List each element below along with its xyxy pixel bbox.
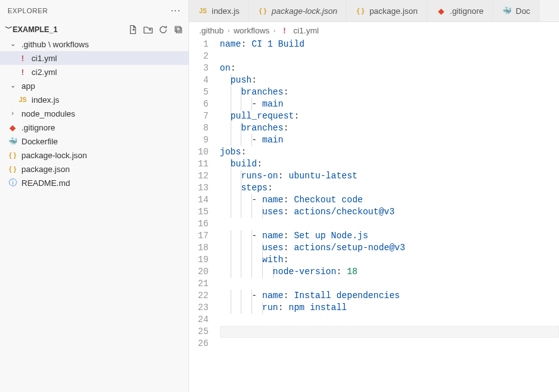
indent-guide — [241, 290, 241, 302]
indent-guide — [231, 290, 231, 302]
code-line[interactable]: node-version: 18 — [220, 266, 559, 278]
breadcrumb-segment[interactable]: .github — [199, 26, 224, 35]
indent-guide — [231, 110, 231, 122]
breadcrumb[interactable]: .github›workflows›!ci1.yml — [189, 22, 559, 38]
indent-guide — [241, 86, 241, 98]
json-icon: { } — [258, 7, 268, 14]
file-row[interactable]: JSindex.js — [0, 93, 188, 107]
code-line[interactable]: name: CI 1 Build — [220, 38, 559, 50]
code-line[interactable] — [220, 314, 559, 326]
tab-label: package-lock.json — [272, 6, 337, 16]
code-line[interactable]: build: — [220, 158, 559, 170]
line-number: 1 — [198, 38, 209, 50]
tree-item-label: ci2.yml — [32, 67, 57, 77]
indent-guide — [231, 182, 231, 194]
code-line[interactable] — [220, 338, 559, 350]
git-icon: ◆ — [436, 6, 446, 16]
chevron-down-icon: ﹀ — [5, 23, 10, 34]
indent-guide — [231, 194, 231, 206]
code-line[interactable]: branches: — [220, 122, 559, 134]
line-number: 4 — [198, 74, 209, 86]
yaml-icon: ! — [18, 54, 28, 63]
code-line[interactable]: uses: actions/setup-node@v3 — [220, 242, 559, 254]
editor-tab[interactable]: { }package-lock.json — [249, 0, 347, 21]
indent-guide — [231, 122, 231, 134]
project-name: EXAMPLE_1 — [13, 25, 57, 34]
code-line[interactable]: - name: Set up Node.js — [220, 230, 559, 242]
indent-guide — [231, 158, 231, 170]
docker-icon: 🐳 — [8, 137, 18, 146]
code-line[interactable]: - main — [220, 98, 559, 110]
indent-guide — [262, 254, 263, 266]
collapse-all-icon[interactable] — [173, 25, 183, 35]
chevron-down-icon: ⌄ — [8, 40, 18, 48]
code-line[interactable]: run: npm install — [220, 302, 559, 314]
folder-row[interactable]: ›node_modules — [0, 107, 188, 120]
code-line[interactable] — [220, 50, 559, 62]
project-header[interactable]: ﹀ EXAMPLE_1 — [0, 21, 188, 37]
code-line[interactable]: pull_request: — [220, 110, 559, 122]
refresh-icon[interactable] — [158, 25, 168, 35]
new-folder-icon[interactable] — [143, 25, 153, 35]
indent-guide — [231, 230, 231, 242]
file-row[interactable]: !ci2.yml — [0, 65, 188, 79]
file-row[interactable]: !ci1.yml — [0, 51, 188, 65]
indent-guide — [241, 170, 241, 182]
new-file-icon[interactable] — [128, 25, 138, 35]
code-line[interactable]: - name: Install dependencies — [220, 290, 559, 302]
indent-guide — [231, 98, 231, 110]
line-number: 8 — [198, 122, 209, 134]
code-line[interactable]: runs-on: ubuntu-latest — [220, 170, 559, 182]
line-number: 10 — [198, 146, 209, 158]
code-line[interactable]: with: — [220, 254, 559, 266]
file-row[interactable]: 🐳Dockerfile — [0, 134, 188, 148]
code-line[interactable]: - name: Checkout code — [220, 194, 559, 206]
editor-tab[interactable]: ◆.gitignore — [427, 0, 493, 21]
line-number: 11 — [198, 158, 209, 170]
code-line[interactable]: jobs: — [220, 146, 559, 158]
code-line[interactable]: steps: — [220, 182, 559, 194]
indent-guide — [262, 242, 263, 254]
tree-item-label: app — [21, 81, 35, 91]
code-line[interactable]: on: — [220, 62, 559, 74]
project-actions — [128, 25, 183, 35]
file-row[interactable]: ⓘREADME.md — [0, 176, 188, 190]
code-editor[interactable]: 1234567891011121314151617181920212223242… — [189, 38, 559, 392]
editor-tabs: JSindex.js{ }package-lock.json{ }package… — [189, 0, 559, 22]
more-actions-icon[interactable]: ··· — [171, 5, 181, 16]
folder-row[interactable]: ⌄.github \ workflows — [0, 37, 188, 51]
explorer-title: EXPLORER — [8, 7, 48, 14]
code-line[interactable]: branches: — [220, 86, 559, 98]
code-line[interactable] — [220, 326, 559, 338]
code-line[interactable]: - main — [220, 134, 559, 146]
editor-tab[interactable]: 🐳Doc — [493, 0, 539, 21]
code-line[interactable] — [220, 218, 559, 230]
file-row[interactable]: ◆.gitignore — [0, 120, 188, 134]
indent-guide — [231, 170, 231, 182]
indent-guide — [231, 86, 231, 98]
breadcrumb-segment[interactable]: workflows — [234, 26, 270, 35]
tree-item-label: Dockerfile — [21, 137, 58, 146]
file-row[interactable]: { }package-lock.json — [0, 148, 188, 162]
js-icon: JS — [18, 96, 28, 103]
code-content[interactable]: name: CI 1 Buildon: push: branches: - ma… — [220, 38, 559, 392]
indent-guide — [231, 254, 231, 266]
code-line[interactable]: push: — [220, 74, 559, 86]
code-line[interactable]: uses: actions/checkout@v3 — [220, 206, 559, 218]
editor-tab[interactable]: JSindex.js — [189, 0, 249, 21]
tree-item-label: index.js — [32, 95, 59, 105]
chevron-down-icon: ⌄ — [8, 81, 18, 89]
line-number: 17 — [198, 230, 209, 242]
indent-guide — [241, 182, 241, 194]
indent-guide — [241, 134, 241, 146]
editor-tab[interactable]: { }package.json — [347, 0, 427, 21]
code-line[interactable] — [220, 278, 559, 290]
breadcrumb-segment[interactable]: ci1.yml — [293, 26, 318, 35]
folder-row[interactable]: ⌄app — [0, 79, 188, 93]
tree-item-label: .gitignore — [21, 123, 55, 132]
indent-guide — [251, 230, 252, 242]
file-row[interactable]: { }package.json — [0, 162, 188, 176]
line-number: 18 — [198, 242, 209, 254]
indent-guide — [231, 302, 231, 314]
line-number: 7 — [198, 110, 209, 122]
